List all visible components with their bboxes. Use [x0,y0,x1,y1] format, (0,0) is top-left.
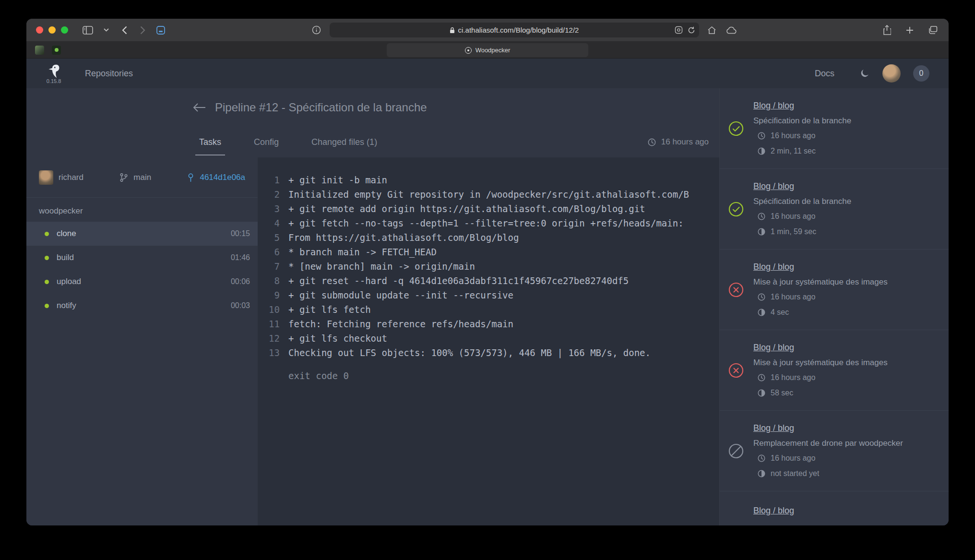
close-window-button[interactable] [36,26,43,34]
url-text: ci.athaliasoft.com/Blog/blog/build/12/2 [458,26,579,34]
active-tab[interactable]: Woodpecker [387,43,588,57]
duration-icon [757,469,766,478]
new-tab-icon[interactable] [904,24,916,36]
content-blocker-icon[interactable] [675,26,683,34]
chevron-down-icon[interactable] [100,24,112,36]
line-number: 9 [258,288,280,302]
tab-strip: Woodpecker [26,42,949,59]
task-status-dot [45,256,49,260]
clock-icon [647,138,656,147]
line-text: Checking out LFS objects: 100% (573/573)… [280,346,651,360]
recent-build-entry[interactable]: Blog / blogSpécification de la branche 1… [720,88,949,169]
recent-build-entry[interactable]: Blog / blogMise à jour systématique des … [720,250,949,330]
tab-overview-icon[interactable] [927,24,939,36]
line-text: + git remote add origin https://git.atha… [280,202,645,216]
line-number: 11 [258,317,280,331]
back-button[interactable] [118,24,131,36]
build-time: 16 hours ago [753,130,851,142]
browser-window: ci.athaliasoft.com/Blog/blog/build/12/2 [26,19,949,525]
tab-changed-files-1[interactable]: Changed files (1) [311,137,377,147]
workflow-group-label: woodpecker [39,206,258,216]
task-row-build[interactable]: build01:46 [26,246,258,270]
pipeline-created: 16 hours ago [647,137,709,147]
lock-icon [450,27,455,34]
recent-builds-sidebar: Blog / blogSpécification de la branche 1… [719,88,949,525]
recent-build-entry[interactable]: Blog / blogSpécification de la branche 1… [720,169,949,250]
line-number: 10 [258,302,280,317]
nav-repositories[interactable]: Repositories [85,69,133,79]
extension-icon[interactable] [155,24,167,36]
build-repo-link[interactable]: Blog / blog [753,342,794,353]
task-row-clone[interactable]: clone00:15 [26,222,258,246]
recent-build-entry[interactable]: Blog / blog [720,491,949,525]
task-name: upload [57,277,81,286]
console-line: 7* [new branch] main -> origin/main [258,259,719,274]
minimize-window-button[interactable] [48,26,56,34]
task-row-notify[interactable]: notify00:03 [26,294,258,318]
docs-link[interactable]: Docs [815,69,834,79]
author-avatar [39,170,53,185]
line-text: + git init -b main [280,173,387,187]
line-text: Initialized empty Git repository in /woo… [280,187,689,202]
build-message: Remplacement de drone par woodpecker [753,438,903,449]
task-duration: 00:06 [231,277,250,286]
pipeline-tabs: TasksConfigChanged files (1) 16 hours ag… [26,127,719,157]
recent-build-entry[interactable]: Blog / blogRemplacement de drone par woo… [720,411,949,491]
build-entry-body: Blog / blogRemplacement de drone par woo… [753,422,903,479]
build-status-icon [728,363,744,378]
commit-icon [187,173,194,182]
page-info-icon[interactable] [310,24,323,36]
back-arrow-icon[interactable] [192,102,206,113]
build-duration: 1 min, 59 sec [753,226,851,238]
app-header: 0.15.8 Repositories Docs 0 [26,59,949,88]
zoom-window-button[interactable] [61,26,68,34]
pinned-tab-1[interactable] [35,46,44,55]
task-name: clone [57,229,76,238]
task-row-upload[interactable]: upload00:06 [26,270,258,294]
sidebar-toggle-icon[interactable] [82,24,94,36]
content-row: richard main [26,157,719,525]
clock-icon [757,131,766,140]
pinned-tab-2[interactable] [52,46,61,55]
commit-hash-link[interactable]: 4614d1e06a [200,173,245,182]
pipeline-title: Pipeline #12 - Spécification de la branc… [215,101,427,114]
console-line: 5From https://git.athaliasoft.com/Blog/b… [258,230,719,245]
build-message: Spécification de la branche [753,115,851,126]
forward-button[interactable] [136,24,149,36]
toolbar-center: ci.athaliasoft.com/Blog/blog/build/12/2 [173,23,875,37]
home-icon[interactable] [706,24,718,36]
user-avatar[interactable] [882,64,901,83]
tab-tasks[interactable]: Tasks [199,137,221,147]
woodpecker-logo[interactable]: 0.15.8 [40,63,68,84]
notification-badge[interactable]: 0 [913,65,929,82]
console-line: 8+ git reset --hard -q 4614d1e06a3dabf31… [258,274,719,288]
line-number: 7 [258,259,280,274]
console-line: 10+ git lfs fetch [258,302,719,317]
share-icon[interactable] [880,24,893,36]
icloud-tabs-icon[interactable] [725,24,737,36]
build-status-icon [728,443,744,459]
build-repo-link[interactable]: Blog / blog [753,422,794,434]
build-time: 16 hours ago [753,453,903,464]
app-body: Pipeline #12 - Spécification de la branc… [26,88,949,525]
build-repo-link[interactable]: Blog / blog [753,180,794,192]
duration-icon [757,389,766,397]
build-time: 16 hours ago [753,372,888,383]
tab-config[interactable]: Config [254,137,279,147]
commit-branch: main [119,173,151,182]
main-column: Pipeline #12 - Spécification de la branc… [26,88,719,525]
console-line: 6* branch main -> FETCH_HEAD [258,245,719,259]
build-repo-link[interactable]: Blog / blog [753,261,794,273]
clock-icon [757,373,766,382]
reload-icon[interactable] [688,26,695,34]
line-text: + git reset --hard -q 4614d1e06a3dabf311… [280,274,629,288]
line-text: + git lfs checkout [280,331,387,346]
console-lines: 1+ git init -b main2Initialized empty Gi… [258,173,719,360]
task-status-dot [45,280,49,284]
build-repo-link[interactable]: Blog / blog [753,100,794,111]
console-line: 13Checking out LFS objects: 100% (573/57… [258,346,719,360]
build-repo-link[interactable]: Blog / blog [753,505,794,516]
recent-build-entry[interactable]: Blog / blogMise à jour systématique des … [720,330,949,411]
dark-mode-toggle-icon[interactable] [859,68,870,79]
address-bar[interactable]: ci.athaliasoft.com/Blog/blog/build/12/2 [330,23,699,37]
